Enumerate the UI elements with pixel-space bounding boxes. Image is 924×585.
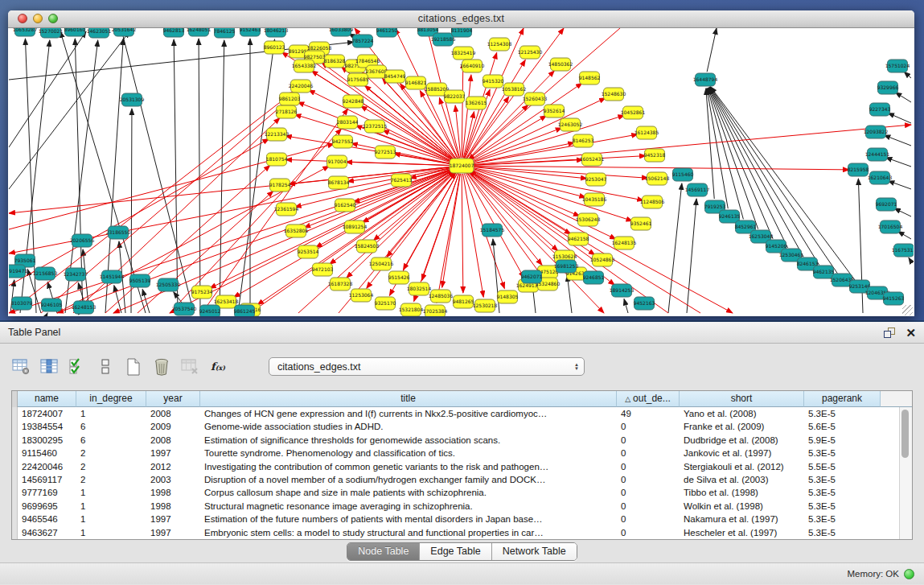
delete-columns-icon[interactable] [152, 357, 171, 377]
graph-node[interactable]: 9148562 [579, 72, 601, 84]
graph-node[interactable]: 8131904 [451, 28, 473, 37]
graph-node[interactable]: 15824503 [355, 240, 380, 253]
delete-table-icon[interactable] [180, 357, 199, 377]
show-columns-icon[interactable] [39, 357, 59, 377]
graph-node[interactable]: 16052431 [580, 153, 605, 166]
tab-network-table[interactable]: Network Table [492, 543, 577, 560]
column-header-name[interactable]: name [18, 391, 76, 407]
graph-node[interactable]: 12156853 [33, 267, 58, 280]
table-row[interactable]: 1830029562008Estimation of significance … [12, 434, 912, 447]
graph-node[interactable]: 8678134 [328, 176, 350, 189]
graph-node[interactable]: 11451944 [100, 270, 125, 283]
graph-node[interactable]: 17016504 [878, 220, 903, 233]
table-selector-dropdown[interactable]: citations_edges.txt ▲▼ [269, 357, 585, 376]
graph-node[interactable]: 12372515 [363, 120, 388, 133]
graph-node[interactable]: 14623051 [87, 28, 112, 38]
graph-node[interactable]: 9148305 [497, 290, 519, 303]
graph-node[interactable]: 9329966 [877, 81, 899, 94]
graph-node[interactable]: 12530218 [473, 299, 498, 312]
network-graph[interactable]: 1872400789601238912955182260589827503165… [9, 28, 914, 316]
graph-node[interactable]: 12125430 [518, 46, 543, 59]
tab-node-table[interactable]: Node Table [347, 543, 420, 560]
graph-node[interactable]: 9692071 [876, 198, 897, 211]
graph-node[interactable]: 18325419 [451, 47, 476, 60]
graph-node[interactable]: 18914253 [610, 284, 634, 297]
select-all-columns-icon[interactable] [68, 357, 87, 377]
graph-node[interactable]: 12093822 [864, 126, 889, 138]
graph-node[interactable]: 7625413 [391, 174, 413, 187]
graph-node[interactable]: 15751024 [885, 60, 910, 72]
column-header-year[interactable]: year [146, 391, 200, 407]
graph-node[interactable]: 1810754 [266, 153, 288, 166]
graph-node[interactable]: 20531309 [120, 93, 145, 106]
graph-node[interactable]: 12342737 [64, 268, 88, 281]
graph-node[interactable]: 9245012 [199, 305, 221, 316]
function-builder-icon[interactable]: f(x) [208, 357, 228, 377]
graph-node[interactable]: 15062148 [645, 172, 670, 185]
graph-node[interactable]: 7857224 [352, 35, 374, 47]
graph-node[interactable]: 9461250 [376, 28, 398, 37]
graph-node[interactable]: 16187328 [328, 278, 353, 290]
graph-node[interactable]: 11675312 [892, 244, 914, 257]
window-titlebar[interactable]: citations_edges.txt [8, 10, 914, 28]
tab-edge-table[interactable]: Edge Table [420, 543, 491, 560]
network-canvas[interactable]: 1872400789601238912955182260589827503165… [9, 28, 914, 316]
graph-node[interactable]: 13919471 [9, 265, 27, 278]
graph-node[interactable]: 20531642 [112, 28, 137, 36]
graph-node[interactable]: 12504216 [369, 257, 394, 270]
graph-node[interactable]: 8454749 [384, 70, 406, 83]
graph-node[interactable]: 9253514 [298, 245, 319, 258]
graph-node[interactable]: 1362615 [466, 97, 487, 109]
graph-node[interactable]: 8960160 [64, 28, 86, 36]
graph-node[interactable]: 16248135 [612, 237, 637, 249]
table-row[interactable]: 946362711997Embryonic stem cells: a mode… [12, 526, 912, 539]
graph-node[interactable]: 7846125 [214, 28, 236, 38]
graph-node[interactable]: 15184575 [480, 224, 505, 237]
graph-node[interactable]: 10452861 [621, 106, 646, 119]
graph-node[interactable]: 15260433 [523, 93, 548, 105]
graph-node[interactable]: 15248630 [602, 88, 626, 101]
graph-node[interactable]: 9462071 [521, 270, 543, 283]
graph-node[interactable]: 9115460 [672, 168, 694, 181]
graph-node[interactable]: 9152463 [240, 28, 261, 36]
float-panel-icon[interactable] [883, 327, 896, 339]
graph-node[interactable]: 2803144 [337, 116, 359, 129]
graph-node[interactable]: 15270021 [39, 28, 64, 38]
column-header-out_de[interactable]: △out_de... [617, 391, 680, 407]
graph-node[interactable]: 14850362 [548, 58, 573, 71]
graph-node[interactable]: 14569117 [685, 183, 710, 196]
graph-node[interactable]: 11254308 [487, 38, 512, 51]
graph-node[interactable]: 15321804 [399, 303, 424, 316]
graph-node[interactable]: 9452318 [644, 149, 666, 162]
table-row[interactable]: 1872400712008Changes of HCN gene express… [12, 407, 912, 420]
graph-node[interactable]: 2718126 [276, 105, 298, 118]
graph-node[interactable]: 12361594 [274, 203, 299, 216]
table-row[interactable]: 1456911722003Disruption of a novel membe… [12, 473, 912, 486]
graph-node[interactable]: 12505330 [156, 278, 181, 291]
graph-node[interactable]: 16352806 [284, 225, 309, 237]
graph-node[interactable]: 8960123 [264, 41, 285, 54]
graph-node[interactable]: 8103079 [11, 297, 33, 310]
graph-node[interactable]: 9505139 [129, 274, 151, 287]
graph-node[interactable]: 12463052 [558, 118, 583, 131]
graph-node[interactable]: 917004 [327, 155, 347, 168]
graph-node[interactable]: 18046213 [264, 28, 289, 37]
graph-node[interactable]: 9861203 [279, 93, 301, 105]
graph-node[interactable]: 10538162 [502, 83, 527, 96]
table-row[interactable]: 977716911998Corpus callosum shape and si… [12, 486, 912, 499]
graph-node[interactable]: 9515426 [388, 271, 410, 284]
graph-node[interactable]: 9253047 [585, 173, 607, 186]
window-resize-grip[interactable] [902, 305, 913, 315]
column-header-in_degree[interactable]: in_degree [76, 391, 146, 407]
network-view-window[interactable]: citations_edges.txt 18724007896012389129… [8, 10, 914, 316]
graph-node[interactable]: 9246851 [583, 271, 605, 284]
row-height-icon[interactable] [96, 357, 115, 377]
table-row[interactable]: 2242004622012Investigating the contribut… [12, 460, 912, 473]
graph-node[interactable]: 9162540 [335, 199, 356, 212]
graph-node[interactable]: 9481265 [453, 295, 474, 308]
graph-node[interactable]: 17025384 [423, 305, 448, 316]
graph-node[interactable]: 10891254 [343, 220, 368, 233]
graph-node[interactable]: 9272513 [375, 146, 396, 159]
graph-node[interactable]: 16210643 [868, 171, 893, 184]
graph-node[interactable]: 9242848 [343, 95, 364, 108]
